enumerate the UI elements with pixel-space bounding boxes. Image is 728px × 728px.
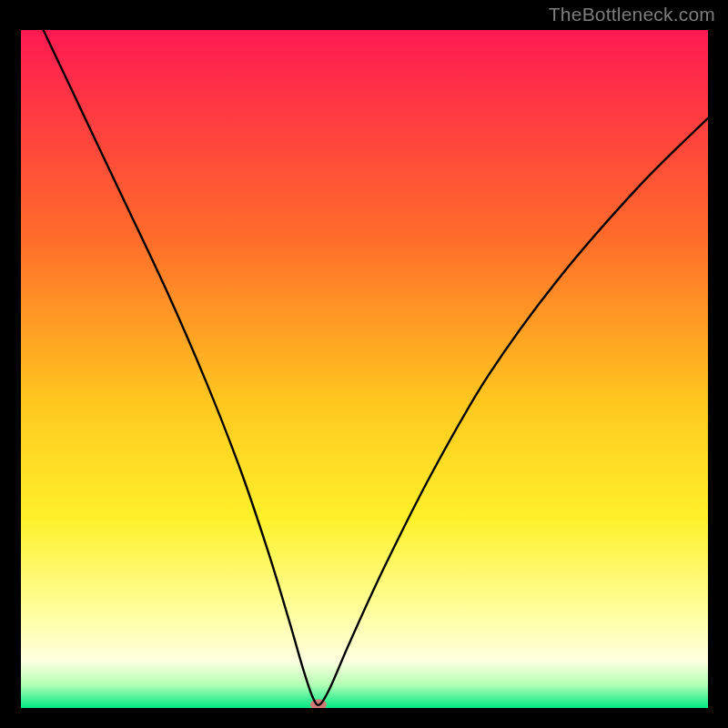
- chart-svg: [21, 30, 708, 708]
- bottleneck-chart: [21, 30, 708, 708]
- chart-frame: TheBottleneck.com: [0, 0, 728, 728]
- gradient-background: [21, 30, 708, 708]
- watermark-text: TheBottleneck.com: [549, 4, 715, 25]
